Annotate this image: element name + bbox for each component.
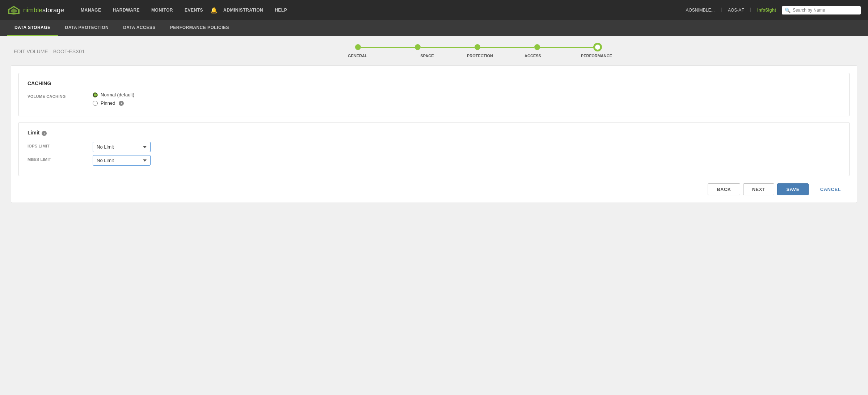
nav-aos-af: AOS-AF xyxy=(728,8,744,13)
nav-monitor[interactable]: MONITOR xyxy=(146,0,179,20)
radio-normal-label: Normal (default) xyxy=(101,92,134,97)
iops-limit-row: IOPS LIMIT No Limit 100 250 500 1000 200… xyxy=(28,142,840,152)
caching-controls: Normal (default) Pinned i xyxy=(93,92,134,106)
step-label-access: ACCESS xyxy=(506,54,559,58)
nav-manage[interactable]: MANAGE xyxy=(75,0,107,20)
nimble-logo-icon xyxy=(7,5,20,15)
limit-section: Limit i IOPS LIMIT No Limit 100 250 500 … xyxy=(18,122,850,176)
steps-track xyxy=(355,43,601,51)
iops-limit-select[interactable]: No Limit 100 250 500 1000 2000 5000 1000… xyxy=(93,142,151,152)
step-dot-performance[interactable] xyxy=(594,43,601,51)
step-dot-access[interactable] xyxy=(534,44,540,50)
nav-hardware[interactable]: HARDWARE xyxy=(107,0,146,20)
caching-section: CACHING VOLUME CACHING Normal (default) … xyxy=(18,73,850,116)
step-dot-protection[interactable] xyxy=(475,44,480,50)
main-card: CACHING VOLUME CACHING Normal (default) … xyxy=(11,65,857,203)
mibs-limit-select[interactable]: No Limit 10 25 50 100 200 500 1000 xyxy=(93,155,151,166)
limit-info-icon[interactable]: i xyxy=(42,131,47,136)
nav-links: MANAGE HARDWARE MONITOR EVENTS 🔔 ADMINIS… xyxy=(75,0,686,20)
search-input[interactable] xyxy=(793,8,858,13)
page-title: EDIT VOLUME BOOT-ESX01 xyxy=(11,46,85,55)
logo-text-nimble: nimble xyxy=(23,7,42,14)
radio-normal-input[interactable] xyxy=(93,92,98,97)
volume-caching-row: VOLUME CACHING Normal (default) Pinned i xyxy=(28,92,840,106)
page-content: EDIT VOLUME BOOT-ESX01 GENERAL SPACE PRO… xyxy=(0,36,868,210)
search-icon: 🔍 xyxy=(785,8,791,13)
pinned-info-icon[interactable]: i xyxy=(119,101,124,106)
steps-labels: GENERAL SPACE PROTECTION ACCESS PERFORMA… xyxy=(355,54,601,58)
cancel-button[interactable]: CANCEL xyxy=(812,184,850,195)
save-button[interactable]: SAVE xyxy=(777,183,808,195)
step-label-protection: PROTECTION xyxy=(454,54,506,58)
limit-section-title: Limit i xyxy=(28,130,840,136)
step-label-space: SPACE xyxy=(401,54,454,58)
radio-pinned[interactable]: Pinned i xyxy=(93,100,134,106)
top-navbar: nimblestorage MANAGE HARDWARE MONITOR EV… xyxy=(0,0,868,20)
step-dot-space[interactable] xyxy=(415,44,421,50)
mibs-limit-row: MIB/S LIMIT No Limit 10 25 50 100 200 50… xyxy=(28,155,840,166)
step-line-4 xyxy=(540,47,594,48)
nav-events[interactable]: EVENTS xyxy=(179,0,209,20)
next-button[interactable]: NEXT xyxy=(743,183,775,195)
nav-user: AOSNIMBLE... xyxy=(686,8,715,13)
sub-navbar: DATA STORAGE DATA PROTECTION DATA ACCESS… xyxy=(0,20,868,36)
subnav-data-storage[interactable]: DATA STORAGE xyxy=(7,20,58,36)
radio-normal[interactable]: Normal (default) xyxy=(93,92,134,97)
step-label-performance: PERFORMANCE xyxy=(559,54,612,58)
volume-caching-label: VOLUME CACHING xyxy=(28,92,93,99)
action-buttons: BACK NEXT SAVE CANCEL xyxy=(18,183,850,195)
logo[interactable]: nimblestorage xyxy=(7,5,64,15)
subnav-data-access[interactable]: DATA ACCESS xyxy=(116,20,163,36)
nav-help[interactable]: HELP xyxy=(269,0,293,20)
radio-pinned-label: Pinned xyxy=(101,100,115,106)
edit-volume-label: EDIT VOLUME xyxy=(14,49,48,54)
nav-right: AOSNIMBLE... I AOS-AF I InfoSight 🔍 xyxy=(686,6,861,14)
search-box[interactable]: 🔍 xyxy=(782,6,861,14)
logo-text-storage: storage xyxy=(42,7,64,14)
bell-icon: 🔔 xyxy=(210,7,218,14)
subnav-performance-policies[interactable]: PERFORMANCE POLICIES xyxy=(163,20,236,36)
nav-administration[interactable]: ADMINISTRATION xyxy=(218,0,269,20)
step-line-2 xyxy=(421,47,475,48)
limit-title-text: Limit xyxy=(28,130,39,136)
volume-name: BOOT-ESX01 xyxy=(53,49,85,54)
back-button[interactable]: BACK xyxy=(708,183,740,195)
radio-pinned-input[interactable] xyxy=(93,101,98,106)
wizard-steps: GENERAL SPACE PROTECTION ACCESS PERFORMA… xyxy=(99,43,857,58)
edit-volume-header: EDIT VOLUME BOOT-ESX01 GENERAL SPACE PRO… xyxy=(11,43,857,58)
step-line-3 xyxy=(480,47,534,48)
mibs-limit-label: MIB/S LIMIT xyxy=(28,155,93,162)
iops-limit-label: IOPS LIMIT xyxy=(28,142,93,148)
nav-infosight[interactable]: InfoSight xyxy=(757,8,776,13)
step-dot-general[interactable] xyxy=(355,44,361,50)
step-line-1 xyxy=(361,47,415,48)
step-label-general: GENERAL xyxy=(348,54,401,58)
caching-section-title: CACHING xyxy=(28,80,840,86)
subnav-data-protection[interactable]: DATA PROTECTION xyxy=(58,20,116,36)
nav-divider-2: I xyxy=(750,7,751,13)
nav-divider-1: I xyxy=(720,7,722,13)
